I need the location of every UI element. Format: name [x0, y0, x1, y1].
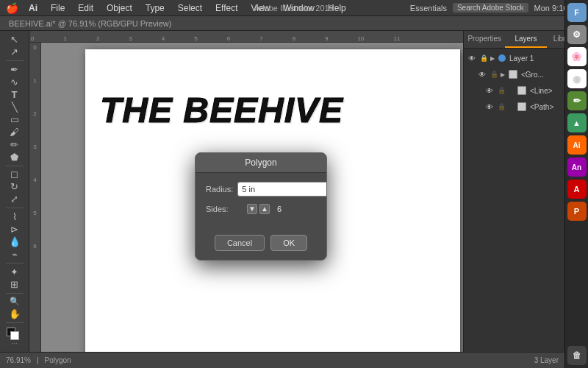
rect-tool[interactable]: ▭ [4, 114, 25, 125]
dock-illustrator[interactable]: Ai [567, 135, 587, 155]
layer-lock-gro[interactable]: 🔒 [490, 70, 498, 79]
layer-arrow-gro[interactable]: ▶ [501, 71, 505, 78]
paintbrush-tool[interactable]: 🖌 [4, 127, 25, 138]
sides-row: Sides: ▼ ▲ 6 [206, 204, 316, 214]
dock-powerpoint[interactable]: P [567, 202, 587, 221]
dialog-overlay: Polygon Radius: Sides: ▼ ▲ 6 [29, 31, 463, 352]
sides-decrement[interactable]: ▼ [247, 204, 257, 214]
select-tool[interactable]: ↖ [4, 34, 25, 45]
curvature-tool[interactable]: ∿ [4, 77, 25, 88]
layer-arrow-1[interactable]: ▶ [490, 55, 495, 62]
toolbar-separator-5 [6, 293, 24, 294]
pen-tool[interactable]: ✒ [4, 64, 25, 75]
search-stock[interactable]: Search Adobe Stock [453, 3, 528, 13]
cancel-button[interactable]: Cancel [215, 235, 265, 251]
app-name-menu[interactable]: Ai [23, 1, 43, 15]
line-tool[interactable]: ╲ [4, 102, 25, 113]
dock-maps[interactable]: ▲ [567, 113, 587, 132]
menu-file[interactable]: File [45, 1, 71, 15]
menu-type[interactable]: Type [140, 1, 171, 15]
layer-count: 3 Layer [534, 356, 559, 364]
fill-stroke[interactable] [5, 326, 24, 337]
main-layout: ↖ ↗ ✒ ∿ T ╲ ▭ 🖌 ✏ ⬟ ◻ ↻ ⤢ ⌇ ⊳ 💧 ⌁ ✦ ⊞ 🔍 … [0, 31, 588, 352]
toolbar-separator-2 [6, 166, 24, 166]
dock-pencil-app[interactable]: ✏ [567, 91, 587, 110]
toolbar-separator-4 [6, 263, 24, 263]
layer-color-1 [498, 54, 506, 62]
dock-photos[interactable]: 🌸 [567, 47, 587, 66]
dock-animate[interactable]: An [567, 158, 587, 177]
menu-object[interactable]: Object [101, 1, 138, 15]
menu-effect[interactable]: Effect [209, 1, 243, 15]
layer-eye-1[interactable]: 👁 [467, 53, 477, 63]
essentials-label[interactable]: Essentials [410, 4, 447, 13]
layer-color-line [517, 86, 526, 95]
radius-input[interactable] [237, 182, 327, 197]
zoom-level: 76.91% [6, 356, 31, 364]
left-toolbar: ↖ ↗ ✒ ∿ T ╲ ▭ 🖌 ✏ ⬟ ◻ ↻ ⤢ ⌇ ⊳ 💧 ⌁ ✦ ⊞ 🔍 … [0, 31, 29, 352]
current-tool: Polygon [45, 356, 71, 364]
radius-label: Radius: [206, 185, 233, 194]
warp-tool[interactable]: ⌇ [4, 211, 25, 222]
eyedropper-tool[interactable]: 💧 [4, 236, 25, 247]
canvas-area: 01234567891011 0123456 THE BEEHIVE Polyg… [29, 31, 463, 352]
layer-lock-1[interactable]: 🔒 [479, 54, 488, 63]
dialog-buttons: Cancel OK [196, 230, 326, 260]
zoom-tool[interactable]: 🔍 [4, 296, 25, 307]
polygon-dialog: Polygon Radius: Sides: ▼ ▲ 6 [195, 152, 327, 261]
direct-select-tool[interactable]: ↗ [4, 46, 25, 57]
tab-layers[interactable]: Layers [505, 31, 546, 48]
layer-eye-line[interactable]: 👁 [484, 85, 495, 96]
sides-stepper: ▼ ▲ 6 [247, 204, 287, 214]
menu-bar: 🍎 Ai File Edit Object Type Select Effect… [0, 0, 588, 16]
layer-color-gro [509, 70, 517, 79]
dialog-title: Polygon [196, 153, 326, 173]
dock-trash[interactable]: 🗑 [567, 346, 587, 365]
pencil-tool[interactable]: ✏ [4, 139, 25, 150]
dock-chrome[interactable]: ◉ [567, 69, 587, 88]
layer-lock-line[interactable]: 🔒 [497, 86, 506, 95]
apple-logo: 🍎 [6, 2, 18, 14]
eraser-tool[interactable]: ◻ [4, 169, 25, 180]
rotate-tool[interactable]: ↻ [4, 181, 25, 192]
shaper-tool[interactable]: ⬟ [4, 152, 25, 163]
dialog-body: Radius: Sides: ▼ ▲ 6 [196, 173, 326, 230]
tab-properties[interactable]: Properties [464, 31, 505, 48]
sides-value: 6 [272, 205, 287, 213]
width-tool[interactable]: ⊳ [4, 224, 25, 235]
document-title: BEEHIVE.ai* @ 76.91% (RGB/GPU Preview) [9, 19, 171, 28]
bottom-bar: 76.91% | Polygon 3 Layer [0, 352, 564, 368]
layer-eye-gro[interactable]: 👁 [477, 69, 487, 79]
toolbar-separator-1 [6, 60, 24, 61]
menu-bar-right: Essentials Search Adobe Stock Mon 9:16 P… [410, 3, 582, 13]
subtitle-bar: BEEHIVE.ai* @ 76.91% (RGB/GPU Preview) [0, 16, 588, 31]
type-tool[interactable]: T [4, 89, 25, 100]
toolbar-separator-6 [6, 322, 24, 323]
radius-row: Radius: [206, 182, 316, 197]
bottom-separator-1: | [37, 356, 39, 364]
dock: F ⚙ 🌸 ◉ ✏ ▲ Ai An A P 🗑 [564, 0, 588, 368]
ok-button[interactable]: OK [270, 235, 307, 251]
menu-select[interactable]: Select [172, 1, 208, 15]
dock-system-prefs[interactable]: ⚙ [567, 25, 587, 44]
sides-increment[interactable]: ▲ [259, 204, 270, 214]
blend-tool[interactable]: ⌁ [4, 249, 25, 260]
layer-lock-path[interactable]: 🔒 [497, 102, 506, 111]
layer-color-path [517, 102, 526, 111]
dock-finder[interactable]: F [567, 3, 587, 22]
artboard-tool[interactable]: ⊞ [4, 279, 25, 290]
sides-label: Sides: [206, 205, 243, 213]
menu-edit[interactable]: Edit [72, 1, 99, 15]
layer-eye-path[interactable]: 👁 [484, 102, 495, 112]
scale-tool[interactable]: ⤢ [4, 194, 25, 205]
symbol-tool[interactable]: ✦ [4, 266, 25, 277]
toolbar-separator-3 [6, 208, 24, 208]
dock-acrobat[interactable]: A [567, 180, 587, 199]
hand-tool[interactable]: ✋ [4, 308, 25, 319]
app-title: Adobe Illustrator 2019 [254, 4, 334, 13]
